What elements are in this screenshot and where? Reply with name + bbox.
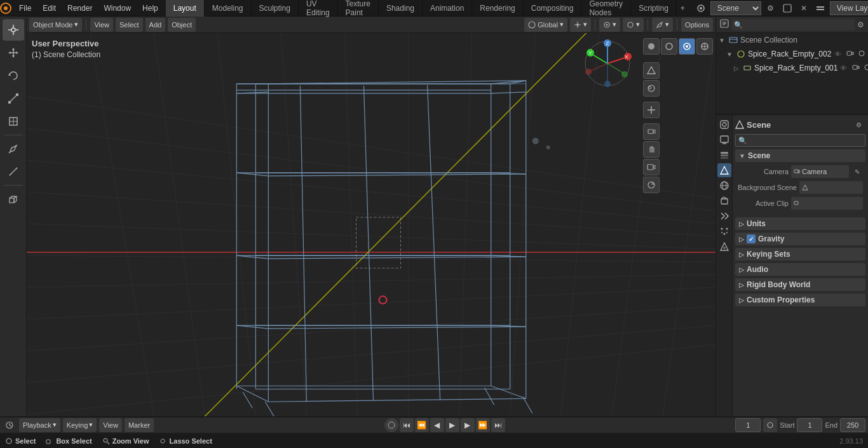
next-frame[interactable]: ▶ [461,418,475,432]
outliner-item-spice-rack-001[interactable]: ▷ Spice_Rack_Empty_001 👁 [716,61,868,75]
scene-add-icon[interactable] [780,1,794,15]
snap-toggle[interactable]: ▾ [599,18,620,32]
play-button[interactable]: ▶ [445,418,459,432]
toggle-overlays[interactable] [643,62,660,79]
viewport-area[interactable]: Object Mode ▾ View Select Add Object Glo… [27,17,715,416]
audio-section-header[interactable]: ▷ Audio [735,263,865,276]
properties-search[interactable] [735,134,865,147]
tab-texture-paint[interactable]: Texture Paint [338,0,379,17]
end-frame-input[interactable] [840,418,865,432]
tab-animation[interactable]: Animation [423,0,472,17]
next-keyframe[interactable]: ⏩ [476,418,490,432]
tab-sculpting[interactable]: Sculpting [252,0,299,17]
tab-uv-editing[interactable]: UV Editing [299,0,338,17]
render-icon-002[interactable] [858,50,865,58]
outliner-item-spice-rack-002[interactable]: ▼ Spice_Rack_Empty_002 👁 [716,47,868,61]
viewport-shading-wire[interactable] [661,38,677,55]
view-layer-icon[interactable] [813,1,827,15]
outliner-search[interactable] [731,19,855,31]
tool-scale[interactable] [3,88,24,109]
scene-section-header[interactable]: ▼ Scene [735,149,865,162]
menu-edit[interactable]: Edit [37,0,61,17]
render-icon-001[interactable] [864,64,868,72]
tab-modeling[interactable]: Modeling [205,0,252,17]
start-frame-input[interactable] [797,418,822,432]
vp-object-menu[interactable]: Object [168,18,196,32]
camera-value[interactable]: Camera [791,165,849,178]
menu-file[interactable]: File [14,0,36,17]
units-section-header[interactable]: ▷ Units [735,217,865,230]
frame-options-btn[interactable] [763,418,777,432]
scene-icon[interactable] [694,1,708,15]
jump-to-end[interactable]: ⏭ [491,418,505,432]
transform-pivot[interactable]: ▾ [570,18,591,32]
outliner-item-scene-collection[interactable]: ▼ Scene Collection [716,33,868,47]
tool-rotate[interactable] [3,65,24,86]
annotation-btn[interactable]: ▾ [652,18,673,32]
object-mode-dropdown[interactable]: Object Mode ▾ [29,18,82,32]
menu-render[interactable]: Render [62,0,97,17]
menu-window[interactable]: Window [98,0,136,17]
hand-tool[interactable] [643,141,660,158]
tool-measure[interactable] [3,161,24,182]
scene-selector[interactable]: Scene [710,1,761,15]
eye-icon-001[interactable]: 👁 [840,64,847,72]
toggle-gizmo[interactable] [643,102,660,118]
view-layer-selector[interactable]: View Layer [830,1,868,15]
transform-orientation[interactable]: Global ▾ [524,18,567,32]
marker-menu[interactable]: Marker [125,418,154,432]
prop-modifiers-icon[interactable] [717,209,731,223]
prop-particles-icon[interactable] [717,224,731,238]
tab-scripting[interactable]: Scripting [631,0,677,17]
tool-cursor[interactable] [3,19,24,41]
outliner-filter-icon[interactable]: ⚙ [857,20,864,29]
vp-view-menu[interactable]: View [90,18,113,32]
tab-layout[interactable]: Layout [166,0,205,17]
camera-view[interactable] [643,123,660,140]
camera-edit-icon[interactable]: ✎ [851,166,863,177]
navigation-gizmo[interactable]: X Y Z [582,38,633,89]
prop-render-icon[interactable] [717,118,731,132]
proportional-edit[interactable]: ▾ [623,18,644,32]
viewport-shading-solid[interactable] [643,38,660,55]
tab-shading[interactable]: Shading [379,0,423,17]
timeline-icon[interactable] [3,418,17,432]
tab-rendering[interactable]: Rendering [472,0,523,17]
scene-settings-icon[interactable]: ⚙ [764,1,778,15]
prop-physics-icon[interactable] [717,240,731,254]
pie-menu[interactable] [643,177,660,193]
play-icon-btn[interactable] [384,418,398,432]
prop-object-icon[interactable] [717,194,731,208]
tab-add-button[interactable]: + [677,0,689,17]
tool-transform[interactable] [3,111,24,132]
keying-sets-section-header[interactable]: ▷ Keying Sets [735,248,865,261]
vp-add-menu[interactable]: Add [146,18,166,32]
menu-help[interactable]: Help [137,0,163,17]
camera-icon-001[interactable] [852,64,860,72]
tab-geometry-nodes[interactable]: Geometry Nodes [581,0,631,17]
active-clip-value[interactable] [791,197,863,210]
options-btn[interactable]: Options [681,18,713,32]
gravity-checkbox[interactable]: ✓ [747,234,756,243]
scene-remove-icon[interactable]: ✕ [797,1,811,15]
jump-to-start[interactable]: ⏮ [400,418,414,432]
tool-add-cube[interactable] [3,188,24,210]
prop-world-icon[interactable] [717,179,731,193]
toggle-xray[interactable] [643,80,660,97]
tool-move[interactable] [3,42,24,64]
tool-annotate[interactable] [3,138,24,160]
blender-logo[interactable] [0,0,11,17]
gravity-section-header[interactable]: ▷ ✓ Gravity [735,233,865,245]
prev-keyframe[interactable]: ⏪ [415,418,429,432]
properties-filter-icon[interactable]: ⚙ [851,118,865,132]
playback-menu[interactable]: Playback ▾ [19,418,60,432]
tab-compositing[interactable]: Compositing [524,0,582,17]
viewport-shading-material[interactable] [679,38,695,55]
background-scene-value[interactable] [799,181,863,194]
eye-icon-002[interactable]: 👁 [834,50,841,58]
current-frame-input[interactable] [735,418,761,432]
keying-menu[interactable]: Keying ▾ [63,418,97,432]
viewport-shading-rendered[interactable] [696,38,713,55]
prop-output-icon[interactable] [717,133,731,147]
prop-viewlayer-icon[interactable] [717,148,731,162]
